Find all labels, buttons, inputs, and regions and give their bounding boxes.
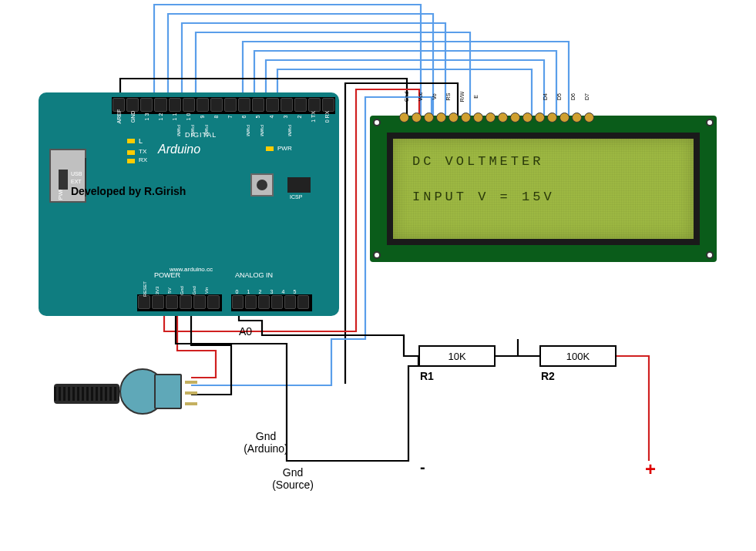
led-pwr [266, 146, 274, 151]
led-rx-label: RX [139, 156, 147, 163]
led-l-label: L [139, 137, 143, 145]
power-header [137, 294, 222, 311]
pot-terminals [185, 381, 197, 405]
developed-by-label: Developed by R.Girish [71, 185, 186, 197]
lcd-line-1: DC VOLTMETER [412, 154, 543, 169]
analog-header [231, 294, 312, 311]
digital-pin-labels: AREFGND1 31 21 11 0987654321 TX0 RX [112, 114, 335, 119]
pot-shaft [54, 384, 119, 404]
pot-box [154, 374, 182, 409]
icsp-label: ICSP [290, 194, 302, 200]
gnd-arduino-label: Gnd (Arduino) [239, 430, 293, 455]
led-tx [127, 150, 135, 155]
r1-label: R1 [420, 370, 434, 382]
arduino-brand-label: Arduino [158, 143, 200, 156]
minus-terminal-label: - [420, 459, 425, 476]
power-pin-labels: RESET3V35VGndGndVin [139, 288, 223, 293]
lcd-pin-labels: GndVccVoRSR/WED4D5D6D7 [401, 94, 620, 99]
led-pwr-label: PWR [277, 145, 292, 152]
analog-section-label: ANALOG IN [235, 271, 273, 279]
led-l [127, 139, 135, 143]
lcd-module: DC VOLTMETER INPUT V = 15V [370, 116, 717, 262]
resistor-r2: 100K [539, 345, 617, 367]
digital-section-label: DIGITAL [185, 131, 217, 139]
pwm-labels: PWMPWMPWMPWMPWMPWM [112, 125, 335, 134]
lcd-pin-row [399, 113, 594, 123]
led-tx-label: TX [139, 148, 146, 155]
gnd-source-label: Gnd (Source) [270, 466, 316, 491]
ext-label: EXT [71, 179, 82, 184]
r2-label: R2 [541, 370, 555, 382]
arduino-board: AREFGND1 31 21 11 0987654321 TX0 RX PWMP… [39, 92, 339, 316]
led-rx [127, 159, 135, 163]
resistor-r1: 10K [418, 345, 496, 367]
reset-button [250, 173, 274, 197]
plus-terminal-label: + [645, 459, 656, 480]
analog-pin-labels: 012345 [231, 289, 312, 294]
potentiometer [54, 354, 173, 432]
lcd-screen: DC VOLTMETER INPUT V = 15V [387, 133, 700, 245]
pwr-sel-block [59, 170, 68, 190]
lcd-line-2: INPUT V = 15V [412, 190, 555, 204]
usb-label: USB [71, 171, 82, 176]
power-section-label: POWER [154, 271, 180, 279]
a0-label: A0 [239, 325, 252, 338]
icsp-header [287, 177, 311, 193]
